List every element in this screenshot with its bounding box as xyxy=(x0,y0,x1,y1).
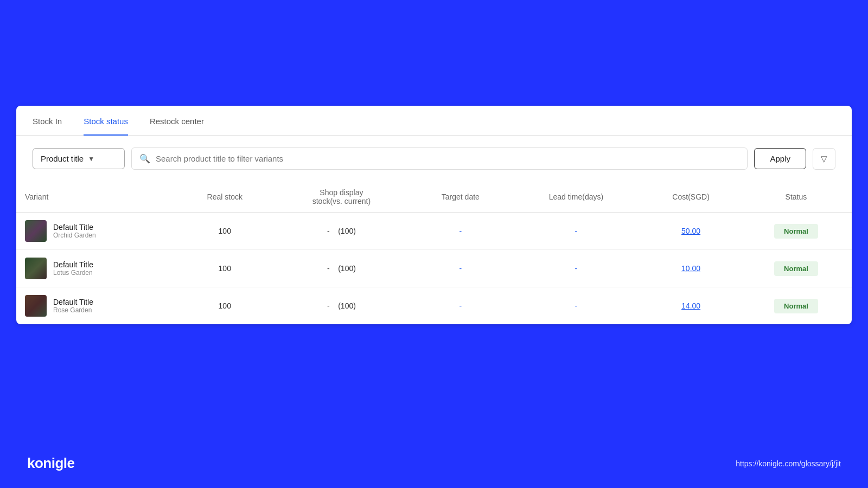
cost-link[interactable]: 14.00 xyxy=(681,301,700,310)
cost-link[interactable]: 10.00 xyxy=(681,264,700,273)
real-stock: 100 xyxy=(177,213,273,250)
filter-icon-button[interactable]: ▽ xyxy=(813,148,835,170)
real-stock: 100 xyxy=(177,287,273,325)
tab-stock-status[interactable]: Stock status xyxy=(84,106,128,136)
table-row: Default Title Rose Garden 100 - (100) - … xyxy=(16,287,852,325)
col-cost: Cost(SGD) xyxy=(641,182,741,213)
shop-display: - (100) xyxy=(273,250,410,287)
variant-subtitle: Rose Garden xyxy=(53,306,93,314)
footer-url: https://konigle.com/glossary/j/jit xyxy=(736,459,841,468)
tab-stock-in[interactable]: Stock In xyxy=(33,106,62,136)
logo: konigle xyxy=(27,455,75,472)
variant-subtitle: Orchid Garden xyxy=(53,232,96,239)
variant-title: Default Title xyxy=(53,223,96,232)
variant-title: Default Title xyxy=(53,298,93,306)
real-stock: 100 xyxy=(177,250,273,287)
search-bar: 🔍 xyxy=(131,147,748,170)
col-variant: Variant xyxy=(16,182,177,213)
apply-button[interactable]: Apply xyxy=(754,148,806,169)
search-icon: 🔍 xyxy=(139,153,150,164)
col-lead-time: Lead time(days) xyxy=(511,182,642,213)
variant-subtitle: Lotus Garden xyxy=(53,269,93,277)
search-input[interactable] xyxy=(156,154,739,163)
variant-image xyxy=(25,258,47,279)
col-shop-display: Shop displaystock(vs. current) xyxy=(273,182,410,213)
status-badge: Normal xyxy=(774,261,818,276)
variant-image xyxy=(25,220,47,242)
target-date-link[interactable]: - xyxy=(459,301,462,310)
funnel-icon: ▽ xyxy=(821,154,827,163)
lead-time-link[interactable]: - xyxy=(575,227,578,235)
status-badge: Normal xyxy=(774,299,818,313)
status-badge: Normal xyxy=(774,224,818,239)
target-date-link[interactable]: - xyxy=(459,227,462,235)
col-target-date: Target date xyxy=(410,182,511,213)
chevron-down-icon: ▼ xyxy=(88,155,94,163)
filter-bar: Product title ▼ 🔍 Apply ▽ xyxy=(16,136,852,182)
variant-image xyxy=(25,295,47,317)
table-row: Default Title Orchid Garden 100 - (100) … xyxy=(16,213,852,250)
variant-title: Default Title xyxy=(53,260,93,269)
col-status: Status xyxy=(741,182,852,213)
col-real-stock: Real stock xyxy=(177,182,273,213)
tabs-container: Stock In Stock status Restock center xyxy=(16,106,852,136)
table-row: Default Title Lotus Garden 100 - (100) -… xyxy=(16,250,852,287)
shop-display: - (100) xyxy=(273,213,410,250)
cost-link[interactable]: 50.00 xyxy=(681,227,700,235)
stock-table: Variant Real stock Shop displaystock(vs.… xyxy=(16,182,852,324)
dropdown-label: Product title xyxy=(41,154,84,163)
target-date-link[interactable]: - xyxy=(459,264,462,273)
lead-time-link[interactable]: - xyxy=(575,301,578,310)
lead-time-link[interactable]: - xyxy=(575,264,578,273)
main-card: Stock In Stock status Restock center Pro… xyxy=(16,106,852,324)
shop-display: - (100) xyxy=(273,287,410,325)
tab-restock-center[interactable]: Restock center xyxy=(150,106,204,136)
product-title-dropdown[interactable]: Product title ▼ xyxy=(33,148,125,169)
footer: konigle https://konigle.com/glossary/j/j… xyxy=(27,455,841,472)
